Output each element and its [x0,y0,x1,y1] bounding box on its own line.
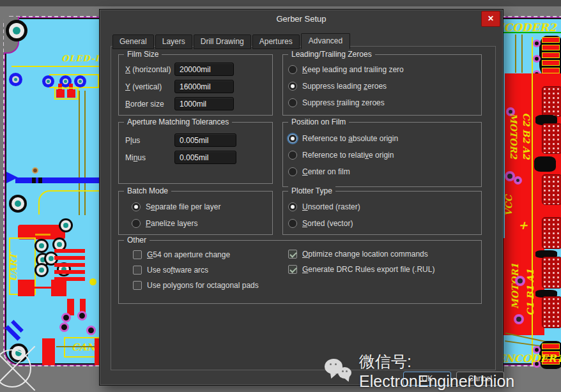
radio-panelize-layers[interactable] [132,219,141,228]
group-title: Batch Mode [124,186,171,195]
pcb-pad [42,75,54,87]
pcb-pad [35,263,49,277]
pcb-pad [9,73,22,86]
other-group: Other G54 on aperture change Use softwar… [118,240,482,304]
radio-unsorted-raster[interactable] [288,202,297,211]
radio-keep-leading-trailing-zero[interactable] [288,65,297,74]
ok-button[interactable]: OK [403,372,451,386]
film-y-input[interactable] [174,80,234,93]
group-title: Position on Film [288,117,349,126]
pcb-pad [6,20,27,41]
advanced-tab-panel: Film Size X (horizontal) Y (vertical) Bo… [111,46,496,370]
radio-label: Reference to absolute origin [302,134,398,143]
pcb-thermal-pad [542,257,561,289]
pcb-thermal-pad [542,123,561,154]
field-label: Border size [125,100,164,109]
radio-absolute-origin[interactable] [288,134,297,143]
cancel-button[interactable]: Cancel [456,372,504,386]
radio-label: Separate file per layer [146,202,220,211]
group-title: Film Size [124,50,162,59]
checkbox-generate-drc[interactable] [288,265,297,274]
tab-advanced[interactable]: Advanced [301,33,350,49]
crosshair-cursor [0,349,31,388]
tab-bar: General Layers Drill Drawing Apertures A… [112,33,351,49]
pcb-trace [498,32,561,33]
close-button[interactable]: ✕ [481,11,500,27]
pcb-pad [54,249,85,253]
film-x-input[interactable] [174,63,234,76]
pcb-trace-gap [38,177,42,183]
pcb-via [61,313,71,322]
group-title: Plotter Type [288,186,335,195]
pcb-silkscreen-label: + [518,218,528,232]
radio-suppress-trailing-zeroes[interactable] [288,98,297,107]
pcb-trace [15,177,110,183]
group-title: Other [124,236,150,245]
pcb-pad [54,263,85,267]
tolerance-minus-input[interactable] [174,151,236,164]
pcb-editor-screen: OLED-I UART [0,0,561,392]
pcb-trace [515,34,516,73]
canvas-top-strip [0,0,561,6]
pcb-pad [54,270,85,274]
pcb-silkscreen-label: C2 B2 A2 [521,101,532,171]
dialog-titlebar[interactable]: Gerber Setup ✕ [100,10,503,29]
tab-apertures[interactable]: Apertures [252,34,300,49]
pcb-trace-gap [32,177,36,183]
field-label: Plus [125,136,140,145]
radio-separate-file-per-layer[interactable] [132,202,141,211]
pcb-trace [35,287,51,289]
radio-label: Suppress trailing zeroes [302,98,385,107]
radio-sorted-vector[interactable] [288,219,297,228]
checkbox-label: Optimize change location commands [302,250,428,259]
aperture-tolerances-group: Aperture Matching Tolerances Plus Minus [118,122,273,184]
pcb-silkscreen-label: VCC [503,193,514,218]
pcb-silkscreen-label: MOTOR2 [509,101,519,171]
tab-layers[interactable]: Layers [155,34,192,49]
checkbox-g54[interactable] [133,250,142,259]
radio-label: Suppress leading zeroes [302,82,387,91]
pcb-pad [67,89,75,98]
checkbox-software-arcs[interactable] [133,266,142,275]
radio-label: Center on film [302,167,350,176]
checkbox-label: Use polygons for octagonal pads [147,281,259,290]
radio-suppress-leading-zeroes[interactable] [288,82,297,91]
film-size-group: Film Size X (horizontal) Y (vertical) Bo… [118,54,273,116]
pcb-silkscreen-label: UART [8,244,19,291]
tab-general[interactable]: General [112,34,154,49]
field-label: Y (vertical) [125,82,162,91]
border-size-input[interactable] [174,97,234,110]
pcb-via [533,55,541,63]
pcb-via [514,314,524,324]
pcb-pad [54,256,85,260]
field-label: Minus [125,153,146,162]
tab-drill-drawing[interactable]: Drill Drawing [194,34,251,49]
field-label: X (horizontal) [125,65,171,74]
pcb-via [515,276,525,286]
position-on-film-group: Position on Film Reference to absolute o… [282,122,482,187]
pcb-pad [542,52,560,58]
group-title: Leading/Trailing Zeroes [288,50,375,59]
tolerance-plus-input[interactable] [174,133,236,147]
radio-label: Panelize layers [146,219,197,228]
pcb-test-point [89,278,96,285]
pcb-pad [42,338,55,365]
checkbox-optimize-location[interactable] [288,250,297,259]
pcb-pad [542,68,560,73]
pcb-pad [35,239,49,253]
radio-center-on-film[interactable] [288,167,297,176]
pcb-pad [542,45,560,50]
pcb-pad [18,280,35,296]
checkbox-label: Generate DRC Rules export file (.RUL) [302,265,434,274]
pcb-pad [9,195,27,213]
checkbox-octagonal-pads[interactable] [133,281,142,290]
pcb-pad-cluster [534,156,556,172]
pcb-pad [542,60,560,66]
pcb-via [32,167,38,174]
radio-label: Sorted (vector) [302,219,353,228]
plotter-type-group: Plotter Type Unsorted (raster) Sorted (v… [282,191,482,235]
pcb-silkscreen-label: C1 B1 A1 [525,248,535,337]
pcb-pad [51,280,66,296]
batch-mode-group: Batch Mode Separate file per layer Panel… [118,191,273,235]
radio-relative-origin[interactable] [288,151,297,160]
